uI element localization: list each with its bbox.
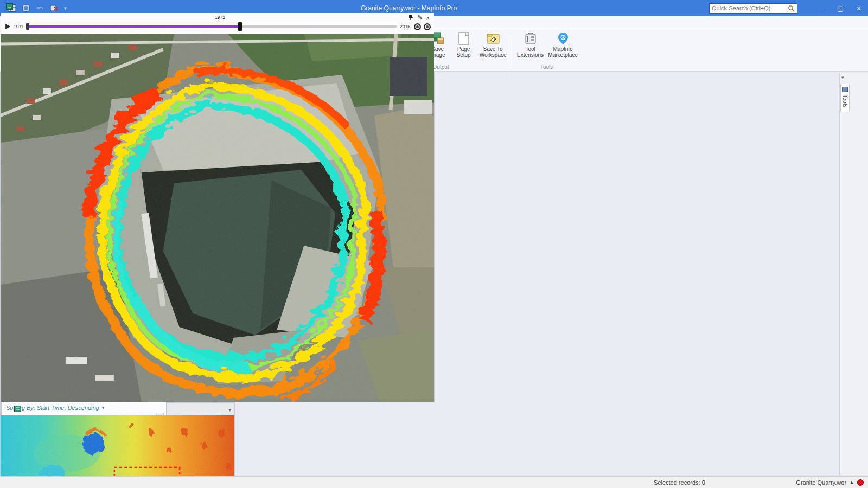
save-to-workspace-icon: [486, 31, 500, 46]
quick-access-toolbar: ▾: [0, 4, 108, 12]
sorting-control[interactable]: Sorting By: Start Time, Descending ▾: [2, 403, 166, 412]
marketplace-pin-icon: [556, 31, 570, 46]
selected-records: Selected records: 0: [654, 479, 705, 486]
close-table-icon[interactable]: [50, 4, 59, 12]
maximize-button[interactable]: ▢: [831, 0, 850, 16]
workspace-status[interactable]: Granite Quarry.wor ▲: [796, 479, 854, 486]
edit-pencil-icon[interactable]: ✎: [417, 14, 422, 21]
timeline-start-year: 1911: [14, 24, 23, 29]
quick-search[interactable]: [709, 3, 797, 14]
right-dock-strip: ▾ Tools: [839, 73, 868, 475]
time-slider-track[interactable]: [27, 25, 397, 28]
tab-list-caret-icon[interactable]: ▾: [225, 407, 234, 415]
notification-dot-icon[interactable]: [857, 479, 864, 486]
time-slider-start-handle[interactable]: [26, 23, 29, 30]
play-button[interactable]: ▶: [5, 22, 10, 30]
time-slider-elapsed: [27, 25, 240, 28]
map-tab-icon: [6, 3, 13, 10]
status-bar: Selected records: 0 Granite Quarry.wor ▲: [0, 476, 868, 488]
tools-tab-icon: [842, 87, 848, 92]
time-slider-handle[interactable]: [238, 22, 242, 31]
aerial-map-view[interactable]: [1, 34, 434, 402]
window-title: Granite Quarry.wor - MapInfo Pro: [108, 4, 709, 12]
aerial-map-graphic: [1, 34, 434, 402]
dem-panel: ▾ Digital Elevation Model ♦ × ▾: [0, 402, 235, 488]
dock-caret-icon[interactable]: ▾: [841, 75, 844, 80]
step-backward-button[interactable]: [414, 23, 421, 30]
page-setup-button[interactable]: Page Setup: [451, 30, 476, 58]
undo-icon: [36, 4, 44, 12]
quick-search-input[interactable]: [712, 5, 788, 11]
qat-caret-icon[interactable]: ▾: [64, 5, 67, 11]
search-icon[interactable]: [788, 5, 795, 12]
pin-icon[interactable]: [408, 15, 413, 21]
minimize-button[interactable]: –: [813, 0, 831, 16]
ribbon-group-tools: Tool Extensions MapInfo Marketplace Tool…: [513, 30, 580, 71]
close-window-button[interactable]: ×: [850, 0, 868, 16]
dem-tab-icon: [14, 406, 21, 412]
mapinfo-marketplace-button[interactable]: MapInfo Marketplace: [547, 30, 579, 58]
slider-close-icon[interactable]: ×: [426, 15, 430, 21]
tools-vertical-tab[interactable]: Tools: [840, 84, 850, 112]
group-label-tools: Tools: [515, 63, 579, 71]
tool-extensions-icon: [524, 31, 538, 46]
timeline-end-year: 2016: [400, 24, 410, 29]
save-table-icon[interactable]: [22, 4, 30, 12]
step-forward-button[interactable]: [424, 23, 431, 30]
timeline-current-year: 1972: [215, 15, 225, 20]
save-to-workspace-button[interactable]: Save To Workspace: [477, 30, 509, 58]
sorting-caret-icon: ▾: [102, 405, 105, 410]
time-slider-bar: ▶ 1911 1972 2016 ✎ ×: [1, 13, 434, 34]
map-window: Granite Quarry × ▾ ▶ 1911 1972 2016 ✎ ×: [0, 0, 435, 402]
workspace-caret-icon[interactable]: ▲: [850, 480, 854, 485]
page-setup-icon: [457, 31, 471, 46]
tool-extensions-button[interactable]: Tool Extensions: [515, 30, 546, 58]
